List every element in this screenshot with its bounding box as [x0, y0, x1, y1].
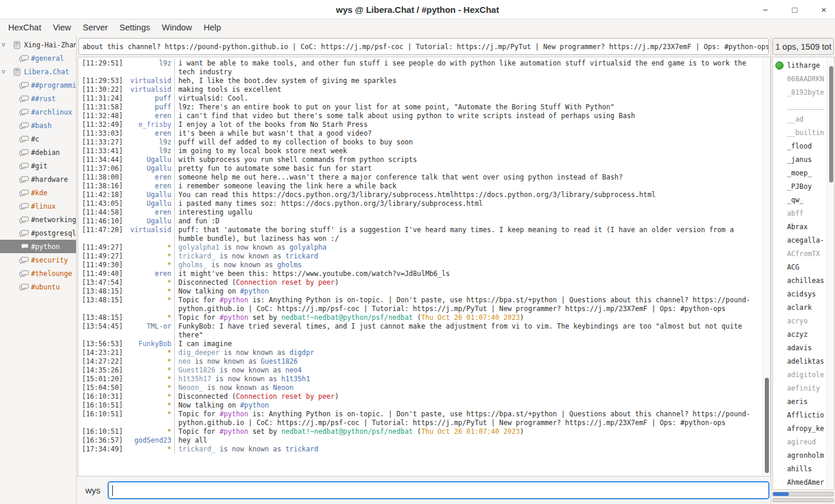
- menu-item-help[interactable]: Help: [198, 21, 227, 34]
- userlist-item[interactable]: aczyz: [773, 327, 827, 341]
- tree-channel--archlinux[interactable]: #archlinux: [0, 105, 76, 119]
- chat-timestamp: [13:48:15]: [82, 296, 123, 305]
- tree-channel--networking[interactable]: #networking: [0, 213, 76, 226]
- chat-message: trickard_ is now known as trickard: [174, 445, 762, 454]
- chat-message: Neoon_ is now known as Neoon: [174, 384, 762, 392]
- chat-bubble-icon: [19, 135, 29, 143]
- chat-row: [11:49:30]*gholms_ is now known as gholm…: [82, 261, 762, 270]
- message-input[interactable]: [108, 481, 770, 499]
- userlist-item[interactable]: achilleas: [773, 274, 827, 287]
- userlist-item[interactable]: Afflictio: [773, 408, 827, 422]
- userlist-item[interactable]: _PJBoy: [773, 179, 827, 193]
- userlist-item[interactable]: __builtin: [773, 126, 827, 139]
- chat-scrollbar-thumb[interactable]: [765, 378, 769, 473]
- chat-timestamp: [11:32:48]: [82, 112, 123, 120]
- own-nick-label[interactable]: wys: [85, 485, 101, 495]
- user-status-spacer: [775, 236, 784, 244]
- maximize-icon[interactable]: □: [788, 4, 801, 16]
- event-star-icon: *: [167, 445, 171, 453]
- tree-channel--hardware[interactable]: #hardware: [0, 172, 76, 186]
- userlist-item[interactable]: agireud: [773, 435, 827, 448]
- event-star-icon: *: [167, 357, 171, 365]
- chat-message: puff will def added to my collection of …: [174, 138, 762, 147]
- userlist-item[interactable]: aclark: [773, 301, 827, 314]
- server-icon: [12, 41, 22, 49]
- userlist-item[interactable]: ACG: [773, 260, 827, 274]
- menu-item-hexchat[interactable]: HexChat: [2, 21, 47, 34]
- tree-channel--thelounge[interactable]: #thelounge: [0, 267, 76, 280]
- chat-timestamp: [11:33:41]: [82, 147, 123, 156]
- user-status-spacer: [775, 398, 784, 406]
- chat-scrollbar[interactable]: [762, 57, 770, 476]
- tree-channel--programming[interactable]: ##programming: [0, 78, 76, 92]
- chat-timestamp: [13:48:15]: [82, 287, 123, 296]
- tree-channel--postgresql[interactable]: #postgresql: [0, 226, 76, 240]
- event-star-icon: *: [167, 252, 171, 260]
- tree-item-label: #thelounge: [31, 270, 72, 278]
- userlist-item[interactable]: _janus: [773, 153, 827, 166]
- userlist-item[interactable]: 068AADRKN: [773, 72, 827, 85]
- chat-row: [11:32:49]e_frisbyI enjoy a lot of the b…: [82, 120, 762, 129]
- tree-channel--debian[interactable]: #debian: [0, 146, 76, 159]
- tree-channel--bash[interactable]: #bash: [0, 119, 76, 132]
- chat-message: gholms_ is now known as gholms: [174, 261, 762, 270]
- tree-channel--rust[interactable]: ##rust: [0, 92, 76, 105]
- userlist-item[interactable]: adigitole: [773, 368, 827, 381]
- userlist-item[interactable]: adeliktas: [773, 354, 827, 368]
- chat-log[interactable]: [11:29:51]l9zi want be able to make tool…: [78, 57, 762, 476]
- menu-item-settings[interactable]: Settings: [113, 21, 156, 34]
- chat-event-star: *: [123, 357, 174, 366]
- tree-channel--general[interactable]: #general: [0, 51, 76, 65]
- userlist-scrollbar[interactable]: [827, 57, 834, 489]
- close-icon[interactable]: ×: [817, 4, 830, 16]
- userlist-item[interactable]: _flood: [773, 139, 827, 153]
- userlist-item[interactable]: agronholm: [773, 448, 827, 462]
- userlist-item[interactable]: ACfromTX: [773, 247, 827, 260]
- tree-channel--ubuntu[interactable]: #ubuntu: [0, 280, 76, 294]
- userlist-item[interactable]: _qw_: [773, 193, 827, 206]
- userlist-item[interactable]: aefinity: [773, 381, 827, 395]
- tree-expander-icon[interactable]: ▽: [2, 68, 10, 75]
- userlist-item[interactable]: abff: [773, 206, 827, 220]
- user-status-spacer: [775, 424, 784, 433]
- topic-input[interactable]: about this channel? https://pound-python…: [78, 38, 769, 55]
- userlist-item[interactable]: acegalla-: [773, 233, 827, 247]
- tree-channel--git[interactable]: #git: [0, 159, 76, 172]
- userlist-item[interactable]: __ad: [773, 112, 827, 126]
- chat-timestamp: [11:38:00]: [82, 173, 123, 182]
- chat-timestamp: [11:49:40]: [82, 270, 123, 278]
- minimize-icon[interactable]: −: [759, 4, 772, 16]
- tree-server-xing-hai-zhang[interactable]: ▽Xing-Hai-Zhang: [0, 38, 76, 51]
- tree-channel--c[interactable]: #c: [0, 132, 76, 146]
- chat-event-star: *: [123, 427, 174, 436]
- chat-event-star: *: [123, 313, 174, 322]
- menu-item-window[interactable]: Window: [156, 21, 198, 34]
- chat-timestamp: [11:46:10]: [82, 217, 123, 226]
- userlist-nick: _PJBoy: [787, 182, 812, 191]
- userlist-item[interactable]: _8192byte: [773, 85, 827, 99]
- tree-expander-icon[interactable]: ▽: [2, 42, 10, 48]
- menu-item-view[interactable]: View: [47, 21, 77, 34]
- chat-row: [11:49:27]*trickard_ is now known as tri…: [82, 252, 762, 261]
- userlist-item[interactable]: _________: [773, 99, 827, 112]
- menu-item-server[interactable]: Server: [77, 21, 114, 34]
- userlist-item[interactable]: _moep_: [773, 166, 827, 179]
- tree-channel--security[interactable]: #security: [0, 253, 76, 267]
- chat-row: [14:23:21]*dig_deeper is now known as di…: [82, 348, 762, 357]
- userlist-item[interactable]: aeris: [773, 395, 827, 408]
- userlist-item[interactable]: litharge: [773, 58, 827, 72]
- userlist-item[interactable]: AhmedAmer: [773, 475, 827, 489]
- userlist-scrollbar-thumb[interactable]: [829, 66, 833, 183]
- tree-server-libera-chat[interactable]: ▽Libera.Chat: [0, 65, 76, 78]
- userlist-nick: agireud: [787, 438, 816, 446]
- tree-channel--linux[interactable]: #linux: [0, 199, 76, 213]
- userlist-item[interactable]: adavis: [773, 341, 827, 354]
- userlist-item[interactable]: Abrax: [773, 220, 827, 233]
- userlist-item[interactable]: acidsys: [773, 287, 827, 301]
- tree-channel--kde[interactable]: #kde: [0, 186, 76, 199]
- userlist-item[interactable]: afropy_ke: [773, 422, 827, 435]
- tree-channel--python[interactable]: #python: [0, 240, 76, 253]
- tree-item-label: #security: [31, 256, 68, 264]
- userlist-item[interactable]: ahills: [773, 462, 827, 475]
- userlist-item[interactable]: acryo: [773, 314, 827, 327]
